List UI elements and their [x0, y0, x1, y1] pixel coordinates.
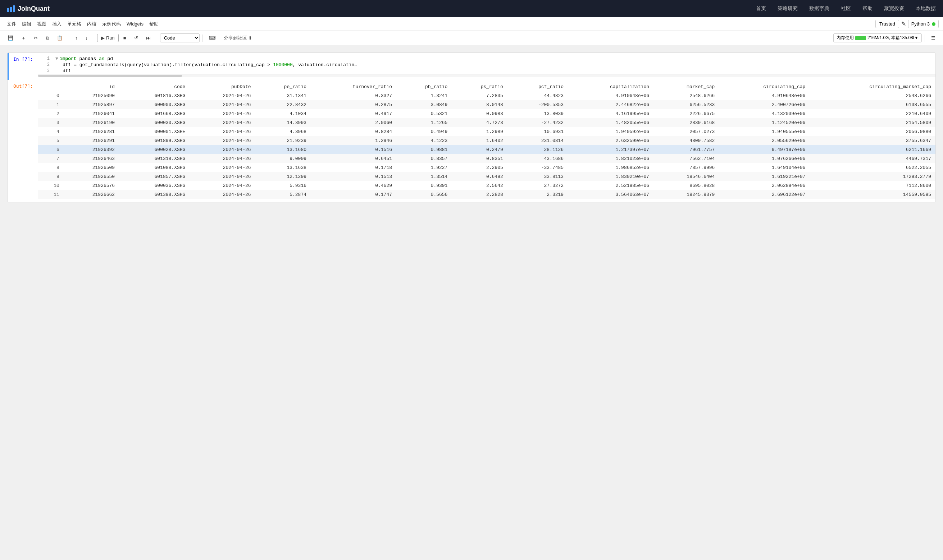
copy-button[interactable]: ⧉: [42, 34, 52, 43]
code-line-3: 3 df1: [38, 68, 935, 74]
table-cell: 2548.6266: [810, 91, 935, 101]
keyboard-button[interactable]: ⌨: [206, 34, 219, 42]
table-cell: 600030.XSHG: [119, 118, 190, 127]
menu-toolbar: 文件 编辑 视图 插入 单元格 内核 示例代码 Widgets 帮助 Trust…: [0, 17, 943, 31]
col-header-pcf: pcf_ratio: [507, 83, 568, 91]
table-cell: 0.5321: [396, 109, 452, 118]
table-cell: 4.1223: [396, 136, 452, 145]
col-header-circulating-market-cap: circulating_market_cap: [810, 83, 935, 91]
table-cell: 2024-04-26: [190, 91, 255, 101]
menu-examples[interactable]: 示例代码: [100, 20, 123, 28]
table-row: 821926509601088.XSHG2024-04-2613.16380.1…: [38, 163, 935, 172]
logo-text: JoinQuant: [18, 5, 49, 12]
cut-button[interactable]: ✂: [31, 34, 41, 42]
scrollbar-thumb[interactable]: [38, 75, 182, 77]
nav-strategy[interactable]: 策略研究: [778, 0, 798, 17]
fold-toggle[interactable]: ▼: [55, 56, 58, 62]
nav-help[interactable]: 帮助: [863, 0, 872, 17]
share-label: 分享到社区 ⬆: [224, 35, 253, 42]
input-label: In [7]:: [9, 53, 38, 80]
nav-home[interactable]: 首页: [756, 0, 766, 17]
pencil-icon[interactable]: ✎: [901, 20, 906, 27]
menu-edit[interactable]: 编辑: [19, 20, 34, 28]
menu-cell[interactable]: 单元格: [65, 20, 84, 28]
table-cell: 601398.XSHG: [119, 190, 190, 199]
table-cell: 2057.0273: [653, 127, 719, 136]
table-cell: 2.521985e+06: [568, 181, 653, 190]
table-cell: 13.1680: [255, 145, 311, 154]
menu-view[interactable]: 视图: [34, 20, 49, 28]
table-cell: 5.9316: [255, 181, 311, 190]
nav-data-dict[interactable]: 数据字典: [809, 0, 829, 17]
table-cell: 6138.6555: [810, 100, 935, 109]
table-cell: 0.9391: [396, 181, 452, 190]
separator-4: [202, 34, 203, 42]
table-cell: 1.940592e+06: [568, 127, 653, 136]
share-button[interactable]: 分享到社区 ⬆: [220, 33, 256, 43]
menu-kernel[interactable]: 内核: [85, 20, 99, 28]
table-row: 621926392600028.XSHG2024-04-2613.16800.1…: [38, 145, 935, 154]
table-cell: 6256.5233: [653, 100, 719, 109]
nav-community[interactable]: 社区: [841, 0, 851, 17]
table-cell: 21926550: [64, 172, 119, 181]
menu-widgets[interactable]: Widgets: [124, 20, 146, 28]
code-editor[interactable]: 1 ▼ import pandas as pd 2 df1 = get_fund…: [38, 53, 935, 80]
table-cell: 1.6402: [452, 136, 507, 145]
logo-bar-3: [13, 5, 15, 12]
table-cell: 22.8432: [255, 100, 311, 109]
move-down-button[interactable]: ↓: [82, 34, 91, 42]
menu-icon-button[interactable]: ☰: [928, 34, 939, 42]
save-button[interactable]: 💾: [4, 34, 17, 42]
table-cell: 21926463: [64, 154, 119, 163]
stop-button[interactable]: ■: [120, 34, 129, 42]
table-cell: 1.649104e+06: [719, 163, 810, 172]
horizontal-scrollbar[interactable]: [38, 74, 935, 77]
code-text-2: df1 = get_fundamentals(query(valuation).…: [63, 62, 357, 68]
table-cell: 4469.7317: [810, 154, 935, 163]
menu-insert[interactable]: 插入: [49, 20, 64, 28]
memory-indicator[interactable]: 内存使用 216M/1.0G, 本篇185.08I▼: [833, 34, 922, 42]
table-cell: 21926190: [64, 118, 119, 127]
table-cell: 601857.XSHG: [119, 172, 190, 181]
table-cell: 0.3327: [311, 91, 396, 101]
output-cell-7: Out[7]: id code pubDate pe_ratio turnove…: [8, 80, 935, 202]
table-cell: 0.9881: [396, 145, 452, 154]
main-content: In [7]: 1 ▼ import pandas as pd 2 df1 = …: [0, 45, 943, 560]
run-label: Run: [106, 35, 115, 41]
separator-5: [925, 34, 925, 42]
add-cell-button[interactable]: ＋: [18, 33, 29, 43]
table-cell: 8.0148: [452, 100, 507, 109]
row-index: 4: [38, 127, 64, 136]
table-cell: 1.619221e+07: [719, 172, 810, 181]
table-cell: 1.124520e+06: [719, 118, 810, 127]
fast-forward-button[interactable]: ⏭: [143, 34, 154, 42]
table-cell: 4.1034: [255, 109, 311, 118]
table-cell: 601899.XSHG: [119, 136, 190, 145]
table-cell: 2.400726e+06: [719, 100, 810, 109]
table-cell: 0.2479: [452, 145, 507, 154]
table-cell: 600900.XSHG: [119, 100, 190, 109]
menu-help[interactable]: 帮助: [147, 20, 161, 28]
nav-local[interactable]: 本地数据: [916, 0, 936, 17]
nav-invest[interactable]: 聚宽投资: [884, 0, 904, 17]
table-cell: 601816.XSHG: [119, 91, 190, 101]
logo[interactable]: JoinQuant: [7, 5, 49, 12]
move-up-button[interactable]: ↑: [72, 34, 81, 42]
run-button[interactable]: ▶ Run: [97, 34, 119, 42]
table-row: 1021926576600036.XSHG2024-04-265.93160.4…: [38, 181, 935, 190]
restart-button[interactable]: ↺: [131, 34, 141, 42]
table-cell: 27.3272: [507, 181, 568, 190]
table-cell: 1.9227: [396, 163, 452, 172]
table-cell: 33.8113: [507, 172, 568, 181]
table-cell: 4.910648e+06: [719, 91, 810, 101]
code-text-1: import pandas as pd: [60, 56, 113, 62]
paste-button[interactable]: 📋: [54, 34, 66, 42]
menu-file[interactable]: 文件: [4, 20, 19, 28]
trusted-button[interactable]: Trusted: [875, 20, 899, 28]
table-cell: 2210.6409: [810, 109, 935, 118]
cell-type-select[interactable]: Code Markdown Raw: [160, 34, 200, 42]
col-header-circulating-cap: circulating_cap: [719, 83, 810, 91]
col-header-pe: pe_ratio: [255, 83, 311, 91]
memory-bar: [855, 36, 866, 40]
col-header-index: [38, 83, 64, 91]
